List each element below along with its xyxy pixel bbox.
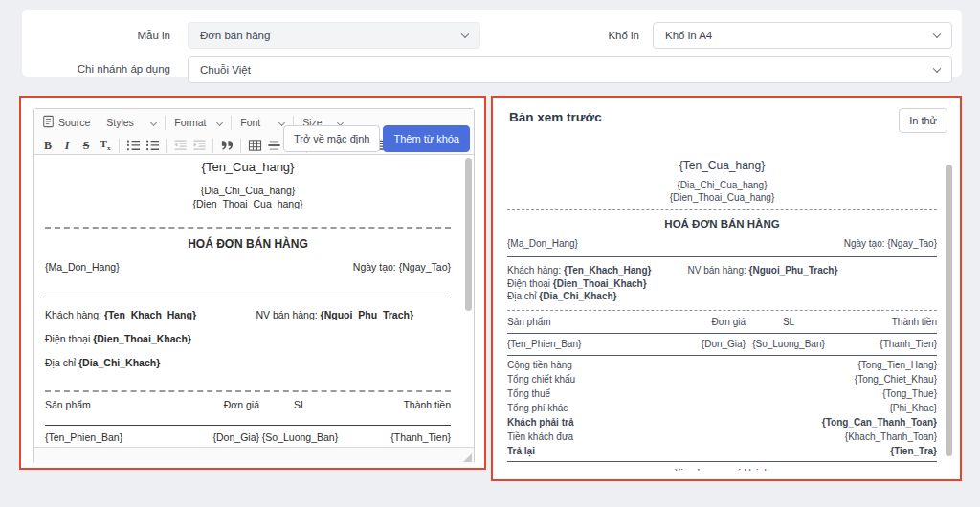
kho-in-select[interactable]: Khổ in A4 — [653, 22, 952, 49]
store-name: {Ten_Cua_hang} — [507, 159, 937, 172]
toolbar-separator — [165, 116, 166, 130]
divider-solid — [507, 461, 937, 462]
source-button[interactable]: Source — [38, 113, 94, 132]
kho-in-label: Khổ in — [501, 30, 639, 41]
editor-scrollbar[interactable] — [465, 158, 472, 311]
chi-nhanh-select[interactable]: Chuỗi Việt — [188, 56, 952, 83]
chevron-down-icon — [461, 31, 469, 38]
toolbar-actions: Trở về mặc định Thêm từ khóa — [283, 125, 470, 152]
store-address: {Dia_Chi_Cua_hang} — [507, 180, 937, 190]
unordered-list-button[interactable] — [143, 136, 162, 155]
order-code: {Ma_Don_Hang} — [507, 238, 578, 249]
editor-content[interactable]: {Ten_Cua_hang} {Dia_Chi_Cua_hang} {Dien_… — [34, 155, 474, 447]
editor-toolbar: Source Styles Format Font Size — [34, 109, 474, 155]
indent-icon — [192, 139, 207, 152]
divider-solid — [507, 333, 937, 334]
store-address: {Dia_Chi_Cua_hang} — [45, 185, 451, 196]
preview-content: {Ten_Cua_hang} {Dia_Chi_Cua_hang} {Dien_… — [507, 145, 937, 471]
blockquote-button[interactable] — [217, 136, 236, 155]
bold-button[interactable]: B — [38, 136, 57, 155]
toolbar-separator — [240, 139, 241, 153]
remove-format-icon: Tx — [100, 138, 111, 152]
customer-name: Khách hàng: {Ten_Khach_Hang} — [507, 264, 688, 277]
reset-default-button[interactable]: Trở về mặc định — [283, 125, 381, 152]
totals-section: Cộng tiền hàng{Tong_Tien_Hang} Tổng chiế… — [507, 358, 937, 458]
mau-in-label: Mẫu in — [22, 30, 170, 41]
strikethrough-button[interactable]: S — [77, 136, 96, 155]
toolbar-separator — [231, 116, 232, 130]
insert-table-button[interactable] — [245, 136, 264, 155]
divider-dashed — [45, 227, 451, 229]
toolbar-separator — [166, 139, 167, 153]
staff-name: NV bán hàng: {Nguoi_Phu_Trach} — [256, 309, 413, 320]
font-dropdown[interactable]: Font — [235, 115, 289, 130]
thanks-line: Xin cảm ơn quý khách — [507, 468, 937, 472]
total-row: Tiền khách đưa{Khach_Thanh_Toan} — [507, 430, 937, 444]
ordered-list-icon — [126, 139, 141, 152]
kho-in-value: Khổ in A4 — [665, 30, 712, 41]
customer-name: Khách hàng: {Ten_Khach_Hang} — [45, 309, 256, 320]
invoice-title: HOÁ ĐƠN BÁN HÀNG — [45, 237, 451, 251]
divider-dashed — [507, 209, 937, 210]
customer-address: Địa chỉ {Dia_Chi_Khach} — [45, 357, 451, 368]
add-keyword-button[interactable]: Thêm từ khóa — [383, 125, 470, 152]
store-name: {Ten_Cua_hang} — [45, 160, 451, 174]
toolbar-separator — [212, 139, 213, 153]
table-row: {Ten_Phien_Ban} {Don_Gia} {So_Luong_Ban}… — [507, 339, 937, 349]
print-test-button[interactable]: In thử — [899, 108, 947, 133]
customer-phone: Điện thoại {Dien_Thoai_Khach} — [45, 333, 451, 344]
total-row-change: Trả lại{Tien_Tra} — [507, 444, 937, 458]
outdent-button[interactable] — [170, 136, 189, 155]
remove-format-button[interactable]: Tx — [96, 136, 115, 155]
divider-dashed — [45, 390, 451, 392]
styles-dropdown[interactable]: Styles — [101, 115, 161, 130]
chevron-down-icon — [933, 65, 941, 73]
invoice-meta-row: {Ma_Don_Hang} Ngày tạo: {Ngay_Tao} — [507, 238, 937, 249]
invoice-template: {Ten_Cua_hang} {Dia_Chi_Cua_hang} {Dien_… — [45, 155, 451, 443]
divider-solid — [45, 298, 451, 298]
store-phone: {Dien_Thoai_Cua_hang} — [507, 192, 937, 203]
horizontal-line-icon — [267, 139, 281, 152]
chevron-down-icon — [933, 31, 941, 38]
divider-dashed — [507, 310, 937, 311]
settings-card: Mẫu in Đơn bán hàng Khổ in Khổ in A4 Chi… — [22, 10, 962, 77]
editor-footer — [34, 447, 474, 464]
divider-solid — [45, 425, 451, 426]
invoice-title: HOÁ ĐƠN BÁN HÀNG — [507, 218, 937, 230]
mau-in-select[interactable]: Đơn bán hàng — [188, 22, 480, 49]
italic-icon: I — [65, 139, 70, 153]
total-row: Tổng phí khác{Phi_Khac} — [507, 401, 937, 415]
preview-scrollbar[interactable] — [946, 165, 952, 456]
total-row: Cộng tiền hàng{Tong_Tien_Hang} — [507, 358, 937, 372]
indent-button[interactable] — [189, 136, 209, 155]
chi-nhanh-label: Chi nhánh áp dụng — [22, 63, 170, 75]
preview-title: Bản xem trước — [509, 110, 602, 124]
customer-row: Khách hàng: {Ten_Khach_Hang} NV bán hàng… — [507, 264, 937, 277]
bold-icon: B — [44, 139, 52, 153]
format-dropdown[interactable]: Format — [169, 115, 227, 130]
divider-solid — [507, 355, 937, 356]
chevron-down-icon — [216, 119, 223, 125]
source-icon — [42, 115, 55, 130]
resize-handle[interactable] — [463, 453, 472, 462]
ordered-list-button[interactable] — [123, 136, 143, 155]
outdent-icon — [173, 139, 188, 152]
chi-nhanh-value: Chuỗi Việt — [200, 64, 251, 76]
editor-panel: Source Styles Format Font Size — [19, 96, 486, 470]
blockquote-icon — [220, 139, 234, 152]
total-row-due: Khách phải trả{Tong_Can_Thanh_Toan} — [507, 415, 937, 430]
store-phone: {Dien_Thoai_Cua_hang} — [45, 198, 451, 209]
created-date: Ngày tạo: {Ngay_Tao} — [353, 261, 451, 273]
preview-panel: Bản xem trước In thử {Ten_Cua_hang} {Dia… — [491, 96, 962, 481]
unordered-list-icon — [145, 139, 160, 152]
italic-button[interactable]: I — [57, 136, 77, 155]
divider-solid — [507, 256, 937, 257]
customer-address: Địa chỉ {Dia_Chi_Khach} — [507, 290, 937, 303]
invoice-meta-row: {Ma_Don_Hang} Ngày tạo: {Ngay_Tao} — [45, 261, 451, 273]
customer-phone: Điện thoại {Dien_Thoai_Khach} — [507, 277, 937, 291]
horizontal-line-button[interactable] — [264, 136, 283, 155]
customer-row: Khách hàng: {Ten_Khach_Hang} NV bán hàng… — [45, 309, 451, 320]
table-header-row: Sản phẩm Đơn giá SL Thành tiền — [507, 317, 937, 327]
table-header-row: Sản phẩm Đơn giá SL Thành tiền — [45, 399, 451, 410]
table-row: {Ten_Phien_Ban} {Don_Gia} {So_Luong_Ban}… — [45, 431, 451, 443]
